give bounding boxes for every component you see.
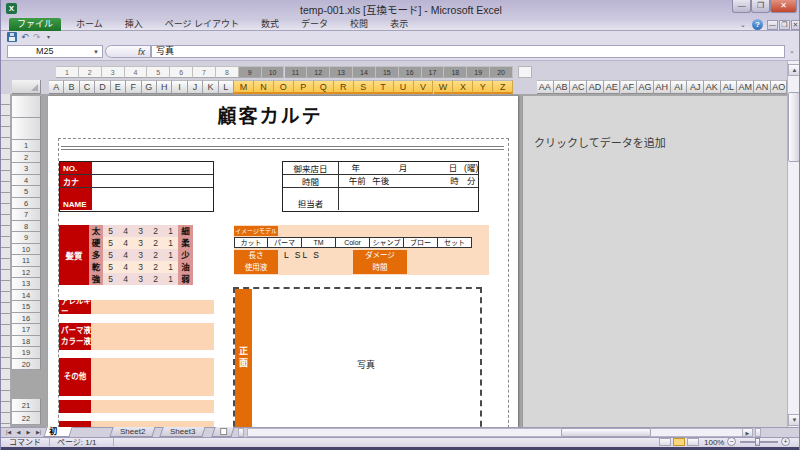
hair-scale-value[interactable]: 3	[133, 249, 148, 261]
workbook-close-button[interactable]: ✕	[791, 20, 800, 30]
hair-scale-value[interactable]: 3	[133, 273, 148, 285]
zoom-out-icon[interactable]: −	[727, 437, 736, 446]
row-header-22[interactable]: 22	[12, 412, 41, 425]
column-header-AI[interactable]: AI	[671, 80, 688, 94]
save-icon[interactable]	[7, 32, 17, 42]
row-header-12[interactable]: 12	[12, 267, 41, 279]
worksheet-page[interactable]: 顧客カルテ NO. カナ NAME 御来店日 年月日(曜) 時間 午前午後時分 …	[48, 96, 518, 427]
hair-scale-value[interactable]: 1	[163, 261, 178, 273]
hair-scale-value[interactable]: 2	[148, 273, 163, 285]
tab-表示[interactable]: 表示	[379, 18, 419, 31]
hair-scale-value[interactable]: 3	[133, 237, 148, 249]
hair-scale-value[interactable]: 1	[163, 249, 178, 261]
tab-校閲[interactable]: 校閲	[339, 18, 379, 31]
hair-scale-value[interactable]: 3	[133, 261, 148, 273]
column-header-AM[interactable]: AM	[737, 80, 754, 94]
row-header-1[interactable]: 1	[12, 140, 41, 152]
column-header-O[interactable]: O	[274, 80, 294, 94]
column-header-E[interactable]: E	[111, 80, 126, 94]
first-sheet-icon[interactable]: |◀	[4, 428, 13, 436]
column-header-U[interactable]: U	[394, 80, 414, 94]
hair-scale-value[interactable]: 4	[118, 249, 133, 261]
hair-quality-table[interactable]: 髪質 太54321細硬54321柔多54321少乾54321油強54321弱	[59, 225, 193, 285]
prev-sheet-icon[interactable]: ◀	[14, 428, 23, 436]
note-red-extra1[interactable]	[59, 400, 91, 413]
vertical-scroll-thumb[interactable]	[788, 92, 800, 162]
row-header-4[interactable]: 4	[12, 175, 41, 187]
menu-item-シャンプー[interactable]: シャンプー	[370, 237, 404, 248]
tab-ホーム[interactable]: ホーム	[65, 18, 114, 31]
hair-scale-value[interactable]: 1	[163, 273, 178, 285]
horizontal-scroll-thumb[interactable]	[561, 428, 651, 437]
column-header-AD[interactable]: AD	[587, 80, 604, 94]
column-header-F[interactable]: F	[126, 80, 141, 94]
column-header-AG[interactable]: AG	[637, 80, 654, 94]
tab-ページ レイアウト[interactable]: ページ レイアウト	[154, 18, 250, 31]
table-row[interactable]: 時間 午前午後時分	[283, 175, 478, 188]
hair-scale-value[interactable]: 4	[118, 225, 133, 237]
hair-scale-value[interactable]: 1	[163, 225, 178, 237]
undo-icon[interactable]: ↶	[21, 31, 29, 43]
note-input-area[interactable]	[91, 300, 214, 314]
column-header-AK[interactable]: AK	[704, 80, 721, 94]
hair-scale-value[interactable]: 2	[148, 261, 163, 273]
hair-scale-value[interactable]: 4	[118, 261, 133, 273]
row-header-14[interactable]: 14	[12, 290, 41, 302]
column-header-P[interactable]: P	[294, 80, 314, 94]
hair-scale-value[interactable]: 5	[103, 273, 118, 285]
column-header-AJ[interactable]: AJ	[687, 80, 704, 94]
row-header-2[interactable]: 2	[12, 152, 41, 164]
column-header-Q[interactable]: Q	[314, 80, 334, 94]
sheet-tab-Sheet3[interactable]: Sheet3	[159, 427, 206, 437]
redo-icon[interactable]: ↷	[33, 31, 41, 43]
column-header-L[interactable]: L	[219, 80, 234, 94]
tab-データ[interactable]: データ	[290, 18, 339, 31]
hair-scale-value[interactable]: 2	[148, 225, 163, 237]
hair-scale-value[interactable]: 5	[103, 237, 118, 249]
hair-scale-value[interactable]: 4	[118, 237, 133, 249]
minimize-button[interactable]: —	[732, 0, 751, 13]
column-header-V[interactable]: V	[414, 80, 434, 94]
column-header-K[interactable]: K	[203, 80, 218, 94]
fx-button[interactable]: fx	[105, 45, 151, 58]
photo-selection-border[interactable]	[233, 287, 482, 427]
visit-table[interactable]: 御来店日 年月日(曜) 時間 午前午後時分 担当者	[282, 161, 479, 212]
view-page-break-button[interactable]	[687, 438, 699, 446]
column-header-R[interactable]: R	[334, 80, 354, 94]
column-header-W[interactable]: W	[434, 80, 454, 94]
column-header-N[interactable]: N	[254, 80, 274, 94]
note-input-area[interactable]	[91, 358, 214, 396]
tab-splitter-handle[interactable]	[238, 428, 244, 437]
column-header-A[interactable]: A	[49, 80, 64, 94]
row-header-5[interactable]: 5	[12, 186, 41, 198]
table-row[interactable]: NO.	[60, 162, 213, 175]
last-sheet-icon[interactable]: ▶|	[34, 428, 43, 436]
row-header-15[interactable]: 15	[12, 301, 41, 313]
insert-sheet-tab[interactable]	[211, 427, 234, 437]
row-header-3[interactable]: 3	[12, 163, 41, 175]
hscroll-splitter-handle[interactable]	[755, 428, 761, 437]
table-row[interactable]: NAME	[60, 188, 213, 210]
column-header-Z[interactable]: Z	[493, 80, 513, 94]
hscroll-right-icon[interactable]: ▶	[742, 428, 753, 437]
column-header-X[interactable]: X	[453, 80, 473, 94]
note-bg-extra1[interactable]	[91, 400, 214, 413]
column-header-AE[interactable]: AE	[604, 80, 621, 94]
column-header-AL[interactable]: AL	[721, 80, 738, 94]
row-header-10[interactable]: 10	[12, 244, 41, 256]
column-header-AN[interactable]: AN	[754, 80, 771, 94]
menu-item-カット[interactable]: カット	[234, 237, 268, 248]
row-header-9[interactable]: 9	[12, 232, 41, 244]
tab-数式[interactable]: 数式	[250, 18, 290, 31]
close-button[interactable]: ✕	[770, 0, 797, 13]
hair-scale-value[interactable]: 1	[163, 237, 178, 249]
menu-item-ブロー[interactable]: ブロー	[404, 237, 438, 248]
column-header-AB[interactable]: AB	[554, 80, 571, 94]
menu-item-Color[interactable]: Color	[336, 237, 370, 248]
column-header-I[interactable]: I	[172, 80, 187, 94]
row-header-13[interactable]: 13	[12, 278, 41, 290]
hair-scale-value[interactable]: 4	[118, 273, 133, 285]
scroll-up-icon[interactable]: ▲	[788, 64, 800, 76]
column-header-AF[interactable]: AF	[621, 80, 638, 94]
row-header-7[interactable]: 7	[12, 209, 41, 221]
